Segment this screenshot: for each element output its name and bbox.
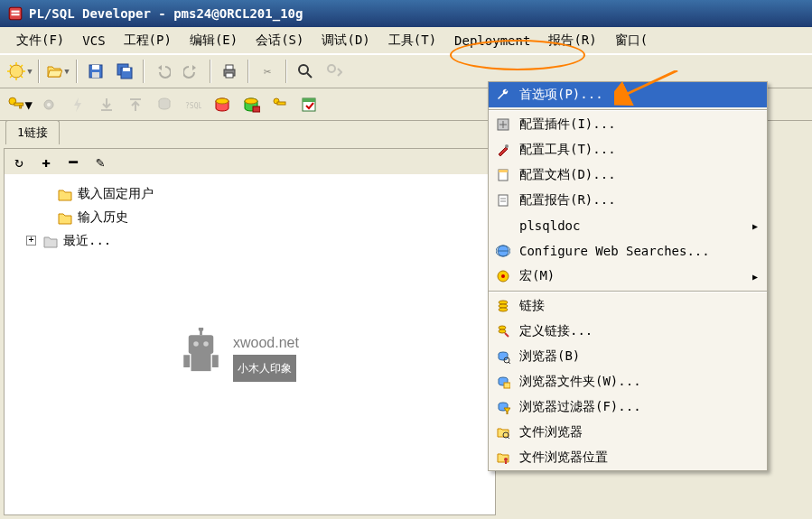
svg-rect-18 [20, 105, 22, 107]
menu-project[interactable]: 工程(P) [115, 29, 181, 52]
tab-connection[interactable]: 1链接 [5, 120, 60, 144]
print-button[interactable] [217, 59, 242, 84]
add-icon[interactable]: ✚ [37, 153, 55, 171]
refresh-icon[interactable]: ↻ [10, 153, 28, 171]
browser-filter-icon [494, 398, 512, 416]
menu-plsqldoc[interactable]: plsqldoc▶ [489, 213, 767, 238]
pencil-icon[interactable]: ✎ [91, 153, 109, 171]
window-button[interactable] [296, 92, 322, 117]
svg-point-35 [193, 341, 199, 347]
menu-links[interactable]: 链接 [489, 293, 767, 319]
title-bar: PL/SQL Developer - pms24@ORCL201_10g [0, 0, 812, 27]
db-red-button[interactable] [210, 92, 235, 117]
svg-point-20 [47, 103, 51, 107]
tree-view[interactable]: 载入固定用户 输入历史 + 最近... xwood.net 小木人印象 [5, 174, 495, 514]
svg-rect-1 [12, 11, 20, 13]
remove-icon[interactable]: ━ [64, 153, 82, 171]
svg-point-55 [499, 326, 506, 329]
svg-point-65 [504, 458, 508, 461]
browser-folder-icon [494, 373, 512, 391]
links-edit-icon [494, 322, 512, 340]
menu-config-tools[interactable]: 配置工具(T)... [489, 137, 767, 162]
menu-config-reports[interactable]: 配置报告(R)... [489, 188, 767, 213]
key-lock-button[interactable] [267, 92, 293, 117]
macro-icon [494, 267, 512, 285]
open-button[interactable]: ▼ [45, 59, 70, 84]
sql-button: ?SQL [181, 92, 206, 117]
folder-grey-icon [43, 233, 58, 247]
gear-button [36, 92, 61, 117]
folder-icon [58, 186, 72, 200]
folder-icon [58, 209, 72, 224]
save-button[interactable] [83, 59, 108, 84]
menu-file-browser-loc[interactable]: 文件浏览器位置 [489, 445, 767, 470]
menu-vcs[interactable]: VCS [73, 30, 114, 51]
menu-tools[interactable]: 工具(T) [379, 29, 445, 52]
menu-browser[interactable]: 浏览器(B) [489, 344, 767, 369]
svg-rect-31 [277, 102, 285, 105]
wrench-icon [494, 86, 512, 104]
svg-line-59 [509, 362, 510, 364]
tree-toolbar: ↻ ✚ ━ ✎ [5, 149, 495, 174]
tree-item-load-users[interactable]: 载入固定用户 [12, 181, 488, 205]
menu-deployment[interactable]: Deployment [445, 30, 539, 51]
svg-rect-2 [12, 14, 20, 15]
menu-report[interactable]: 报告(R) [539, 29, 605, 52]
menu-bar: 文件(F) VCS 工程(P) 编辑(E) 会话(S) 调试(D) 工具(T) … [0, 27, 812, 54]
svg-rect-39 [191, 354, 211, 371]
search-next-button [322, 59, 347, 84]
svg-text:?SQL: ?SQL [185, 102, 201, 110]
redo-button [179, 59, 204, 84]
svg-point-15 [328, 65, 335, 72]
tools-menu-dropdown: 首选项(P)... 配置插件(I)... 配置工具(T)... 配置文档(D).… [488, 81, 768, 471]
menu-browser-filters[interactable]: 浏览器过滤器(F)... [489, 394, 767, 420]
watermark: xwood.net 小木人印象 [176, 328, 299, 385]
menu-def-links[interactable]: 定义链接... [489, 319, 767, 344]
svg-rect-9 [123, 68, 130, 71]
menu-preferences[interactable]: 首选项(P)... [489, 82, 767, 107]
menu-config-docs[interactable]: 配置文档(D)... [489, 162, 767, 188]
svg-point-53 [499, 304, 508, 308]
expand-icon[interactable]: + [26, 236, 36, 246]
app-icon [7, 5, 23, 22]
cut-button: ✂ [255, 59, 280, 84]
svg-rect-11 [226, 65, 233, 70]
new-button[interactable]: ▼ [7, 59, 33, 84]
svg-point-38 [199, 328, 204, 331]
svg-point-51 [501, 274, 505, 278]
menu-edit[interactable]: 编辑(E) [181, 29, 247, 52]
save-all-button[interactable] [112, 59, 137, 84]
tree-item-recent[interactable]: + 最近... [12, 228, 488, 252]
search-button[interactable] [293, 59, 318, 84]
menu-browser-folders[interactable]: 浏览器文件夹(W)... [489, 369, 767, 394]
chevron-right-icon: ▶ [752, 272, 758, 282]
tree-item-input-history[interactable]: 输入历史 [12, 205, 488, 228]
svg-point-52 [499, 301, 508, 304]
svg-point-56 [499, 329, 506, 333]
menu-file[interactable]: 文件(F) [7, 29, 73, 52]
menu-macro[interactable]: 宏(M)▶ [489, 264, 767, 289]
menu-window[interactable]: 窗口( [606, 29, 657, 52]
bolt-button [65, 92, 90, 117]
menu-config-plugin[interactable]: 配置插件(I)... [489, 112, 767, 137]
key-button[interactable]: ▼ [7, 92, 33, 117]
svg-rect-41 [212, 355, 219, 367]
commit-button [94, 92, 119, 117]
svg-rect-5 [92, 65, 99, 70]
query-button [152, 92, 177, 117]
menu-debug[interactable]: 调试(D) [313, 29, 378, 52]
file-browser-icon [494, 423, 512, 441]
db-green-button[interactable] [238, 92, 264, 117]
svg-line-14 [307, 73, 312, 78]
svg-line-64 [508, 437, 509, 439]
menu-file-browser[interactable]: 文件浏览器 [489, 420, 767, 445]
links-icon [494, 297, 512, 315]
svg-point-3 [10, 65, 23, 78]
menu-session[interactable]: 会话(S) [247, 29, 313, 52]
browser-icon [494, 348, 512, 366]
svg-rect-61 [504, 383, 510, 388]
svg-point-28 [245, 98, 257, 104]
file-location-icon [494, 449, 512, 467]
sidebar-panel: ↻ ✚ ━ ✎ 载入固定用户 输入历史 + 最近... [4, 148, 496, 515]
menu-web-searches[interactable]: Configure Web Searches... [489, 238, 767, 264]
